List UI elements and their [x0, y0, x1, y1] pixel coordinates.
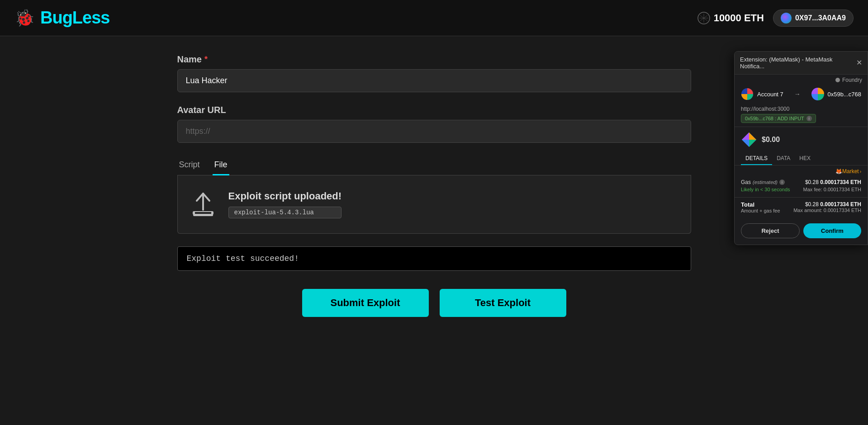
- header-right: 10000 ETH 0X97...3A0AA9: [697, 9, 854, 27]
- avatar-field-group: Avatar URL: [177, 105, 691, 143]
- gas-section: Gas (estimated) i $0.28 0.00017334 ETH L…: [735, 177, 868, 198]
- eth-multicolor-icon: [741, 132, 757, 148]
- popup-actions: Reject Confirm: [735, 220, 868, 245]
- total-label: Total: [741, 201, 780, 208]
- wallet-avatar: [781, 13, 792, 24]
- popup-tab-details[interactable]: DETAILS: [741, 152, 772, 165]
- popup-close-button[interactable]: ✕: [856, 59, 862, 66]
- svg-rect-1: [193, 212, 213, 214]
- tabs-row: Script File: [177, 156, 691, 175]
- foundry-dot: [835, 78, 840, 82]
- account-right-avatar: [811, 88, 824, 100]
- upload-title: Exploit script uploaded!: [228, 190, 342, 202]
- gas-label-text: Gas: [741, 179, 751, 185]
- metamask-popup: Extension: (MetaMask) - MetaMask Notific…: [734, 51, 868, 245]
- action-buttons: Submit Exploit Test Exploit: [177, 289, 691, 317]
- foundry-row: Foundry: [735, 75, 868, 84]
- account-right: 0x59b...c768: [811, 88, 861, 100]
- network-icon: [697, 12, 710, 24]
- gas-value-col: $0.28 0.00017334 ETH: [805, 179, 861, 185]
- name-label-text: Name: [177, 54, 202, 65]
- ladybug-icon: 🐞: [14, 9, 35, 28]
- gas-likely-row: Likely in < 30 seconds Max fee: 0.000173…: [741, 187, 861, 192]
- app-header: 🐞 BugLess 10000 ETH 0X97...3A0AA9: [0, 0, 868, 36]
- upload-icon-wrap: [189, 190, 218, 219]
- upload-text-area: Exploit script uploaded! exploit-lua-5.4…: [228, 190, 342, 218]
- account-name: Account 7: [757, 91, 783, 98]
- account-left: Account 7: [741, 88, 783, 100]
- eth-amount-row: $0.00: [735, 127, 868, 152]
- market-label: Market: [842, 168, 859, 175]
- eth-balance-text: 10000 ETH: [714, 12, 764, 24]
- total-row: Total Amount + gas fee $0.28 0.00017334 …: [741, 201, 861, 213]
- gas-row: Gas (estimated) i $0.28 0.00017334 ETH: [741, 179, 861, 185]
- test-exploit-button[interactable]: Test Exploit: [440, 289, 566, 317]
- total-label-col: Total Amount + gas fee: [741, 201, 780, 213]
- logo-area: 🐞 BugLess: [14, 8, 109, 28]
- eth-balance: 10000 ETH: [697, 12, 764, 24]
- account-pie-icon: [741, 88, 754, 100]
- avatar-label: Avatar URL: [177, 105, 691, 115]
- gas-likely-text: Likely in < 30 seconds: [741, 187, 790, 192]
- wallet-address-text: 0X97...3A0AA9: [795, 14, 846, 22]
- gas-usd-value: $0.28 0.00017334 ETH: [805, 179, 861, 185]
- gas-info-icon: i: [779, 179, 785, 185]
- upload-filename: exploit-lua-5.4.3.lua: [228, 207, 342, 218]
- avatar-url-input[interactable]: [177, 120, 691, 143]
- result-box: Exploit test succeeded!: [177, 246, 691, 271]
- popup-url-section: http://localhost:3000 0x59b...c768 : ADD…: [735, 104, 868, 127]
- submit-exploit-button[interactable]: Submit Exploit: [302, 289, 429, 317]
- name-input[interactable]: [177, 69, 691, 92]
- account-addr: 0x59b...c768: [828, 91, 861, 98]
- popup-header: Extension: (MetaMask) - MetaMask Notific…: [735, 52, 868, 75]
- result-text: Exploit test succeeded!: [187, 254, 299, 263]
- upload-icon: [189, 190, 218, 219]
- input-badge: 0x59b...c768 : ADD INPUT i: [741, 114, 816, 123]
- total-value-col: $0.28 0.00017334 ETH Max amount: 0.00017…: [793, 201, 861, 213]
- total-maxamt-text: Max amount: 0.00017334 ETH: [793, 208, 861, 213]
- app-title: BugLess: [40, 8, 109, 28]
- total-sub-label: Amount + gas fee: [741, 208, 780, 213]
- popup-tab-hex[interactable]: HEX: [795, 152, 815, 165]
- gas-label: Gas (estimated) i: [741, 179, 785, 185]
- upload-field-group: Script File Exploit script uploaded! exp…: [177, 156, 691, 234]
- name-label: Name *: [177, 54, 691, 65]
- arrow-icon: →: [794, 90, 801, 98]
- required-star: *: [204, 55, 208, 64]
- info-icon: i: [806, 116, 812, 121]
- tab-file[interactable]: File: [213, 156, 229, 175]
- gas-maxfee-text: Max fee: 0.00017334 ETH: [803, 187, 861, 192]
- foundry-label: Foundry: [842, 77, 862, 83]
- reject-button[interactable]: Reject: [741, 223, 800, 238]
- fox-icon: 🦊: [835, 168, 842, 175]
- avatar-label-text: Avatar URL: [177, 105, 226, 115]
- main-content: Name * Avatar URL Script File: [163, 36, 706, 335]
- popup-url-text: http://localhost:3000: [741, 106, 861, 112]
- eth-zero-amount: $0.00: [762, 136, 780, 144]
- popup-tab-data[interactable]: DATA: [772, 152, 795, 165]
- name-field-group: Name *: [177, 54, 691, 92]
- total-value-text: $0.28 0.00017334 ETH: [793, 201, 861, 208]
- popup-title: Extension: (MetaMask) - MetaMask Notific…: [740, 56, 856, 70]
- popup-tabs: DETAILS DATA HEX: [735, 152, 868, 165]
- input-badge-text: 0x59b...c768 : ADD INPUT: [745, 116, 804, 121]
- accounts-row: Account 7 → 0x59b...c768: [735, 84, 868, 104]
- wallet-button[interactable]: 0X97...3A0AA9: [773, 9, 854, 27]
- upload-area: Exploit script uploaded! exploit-lua-5.4…: [177, 175, 691, 234]
- gas-estimated-text: (estimated): [753, 179, 778, 185]
- total-section: Total Amount + gas fee $0.28 0.00017334 …: [735, 198, 868, 220]
- confirm-button[interactable]: Confirm: [803, 223, 861, 238]
- tab-script[interactable]: Script: [177, 156, 202, 175]
- market-row: 🦊 Market ›: [735, 165, 868, 177]
- market-chevron-icon: ›: [860, 169, 861, 174]
